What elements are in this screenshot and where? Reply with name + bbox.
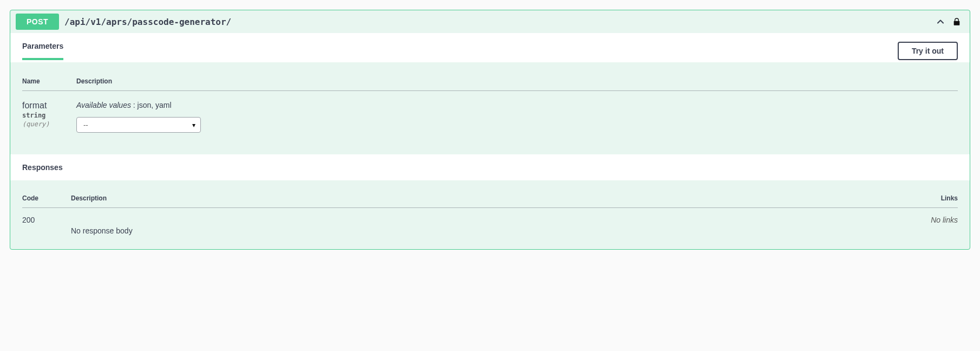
param-in: (query) bbox=[22, 120, 76, 128]
operation-block: POST /api/v1/aprs/passcode-generator/ Pa… bbox=[10, 10, 970, 250]
chevron-up-icon[interactable] bbox=[935, 16, 946, 27]
format-select[interactable]: -- json yaml bbox=[76, 117, 201, 133]
try-it-out-button[interactable]: Try it out bbox=[898, 42, 958, 60]
param-name: format bbox=[22, 101, 76, 110]
http-method-badge: POST bbox=[16, 14, 59, 30]
endpoint-path: /api/v1/aprs/passcode-generator/ bbox=[64, 17, 930, 27]
param-type: string bbox=[22, 112, 76, 119]
parameters-table: Name Description format string (query) bbox=[22, 73, 958, 133]
col-description: Description bbox=[76, 73, 958, 91]
col-name: Name bbox=[22, 73, 76, 91]
responses-table: Code Description Links 200 No response b… bbox=[22, 190, 958, 235]
col-links: Links bbox=[688, 190, 958, 208]
table-row: format string (query) Available values :… bbox=[22, 91, 958, 133]
available-values-label: Available values bbox=[76, 101, 131, 109]
table-row: 200 No response body No links bbox=[22, 208, 958, 236]
response-description: No response body bbox=[71, 216, 688, 235]
responses-header: Responses bbox=[10, 154, 970, 180]
tab-parameters[interactable]: Parameters bbox=[22, 42, 63, 60]
col-description: Description bbox=[71, 190, 688, 208]
col-code: Code bbox=[22, 190, 71, 208]
operation-summary[interactable]: POST /api/v1/aprs/passcode-generator/ bbox=[10, 10, 970, 33]
response-code: 200 bbox=[22, 208, 71, 236]
parameters-header: Parameters Try it out bbox=[10, 33, 970, 62]
response-links: No links bbox=[688, 208, 958, 236]
lock-icon[interactable] bbox=[952, 17, 961, 27]
available-values: json, yaml bbox=[138, 101, 172, 109]
